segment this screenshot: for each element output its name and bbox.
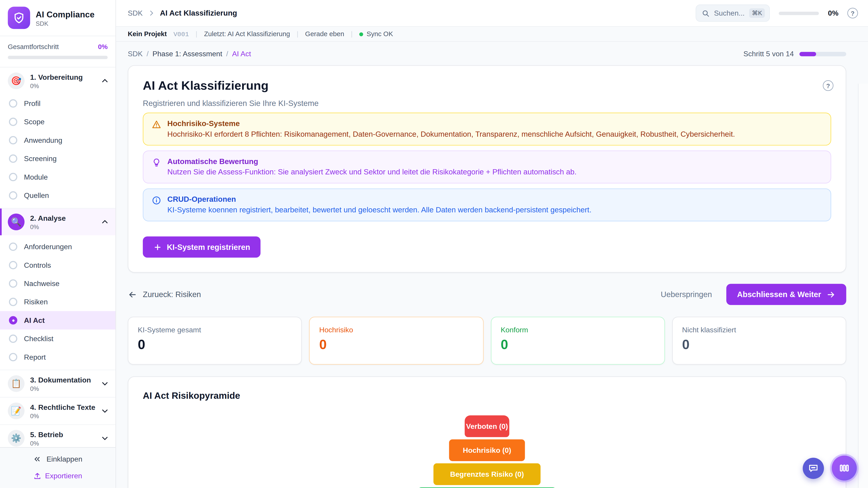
sidebar-item-quellen[interactable]: Quellen	[0, 186, 116, 204]
sidebar-item-label: Module	[24, 173, 48, 181]
lightbulb-icon	[152, 158, 161, 167]
sidebar-item-risiken[interactable]: Risiken	[0, 293, 116, 311]
sidebar-item-label: Nachweise	[24, 279, 59, 288]
sidebar-item-label: Risiken	[24, 298, 48, 306]
pyramid-title: AI Act Risikopyramide	[143, 390, 831, 401]
sidebar-nav: 🎯 1. Vorbereitung 0% Profil Scope Anwend…	[0, 68, 116, 447]
plus-icon	[153, 243, 162, 251]
export-label: Exportieren	[45, 472, 82, 480]
sidebar-item-profil[interactable]: Profil	[0, 94, 116, 112]
sidebar-item-scope[interactable]: Scope	[0, 113, 116, 131]
pyramid-level-begrenztes-risiko: Begrenztes Risiko (0)	[434, 463, 541, 485]
sync-status: Sync OK	[360, 30, 393, 38]
columns-icon	[838, 462, 850, 474]
nav-section-header-analyse[interactable]: 🔍 2. Analyse 0%	[0, 208, 116, 235]
floating-buttons	[803, 456, 857, 481]
app-subtitle: SDK	[36, 20, 94, 27]
stat-label: Hochrisiko	[319, 326, 473, 334]
alert-title: Hochrisiko-Systeme	[167, 119, 735, 128]
step-radio	[9, 298, 17, 306]
chevron-right-icon	[148, 9, 155, 17]
scrollbar-gutter[interactable]	[858, 84, 868, 488]
chevron-down-icon	[101, 380, 109, 388]
nav-section-rechtliche-texte: 📝 4. Rechtliche Texte 0%	[0, 398, 116, 425]
columns-fab-button[interactable]	[832, 456, 857, 481]
nav-section-header-rechtliche-texte[interactable]: 📝 4. Rechtliche Texte 0%	[0, 398, 116, 424]
register-button-label: KI-System registrieren	[167, 242, 250, 252]
help-icon[interactable]: ?	[847, 8, 858, 19]
step-radio	[9, 335, 17, 343]
skip-button[interactable]: Ueberspringen	[661, 290, 712, 299]
card-help-icon[interactable]: ?	[823, 80, 833, 91]
stat-konform: Konform 0	[491, 317, 665, 365]
step-radio	[9, 191, 17, 199]
sidebar-item-checklist[interactable]: Checklist	[0, 330, 116, 348]
ai-act-card: ? AI Act Klassifizierung Registrieren un…	[128, 65, 846, 273]
overall-progress-label: Gesamtfortschritt	[8, 43, 59, 51]
sidebar-item-report[interactable]: Report	[0, 348, 116, 366]
alert-title: CRUD-Operationen	[167, 195, 591, 203]
nav-section-header-dokumentation[interactable]: 📋 3. Dokumentation 0%	[0, 370, 116, 397]
risk-pyramid-card: AI Act Risikopyramide Verboten (0) Hochr…	[128, 377, 846, 488]
app-title: AI Compliance	[36, 9, 94, 19]
nav-section-header-betrieb[interactable]: ⚙️ 5. Betrieb 0%	[0, 425, 116, 447]
sidebar-item-anforderungen[interactable]: Anforderungen	[0, 237, 116, 256]
clipboard-icon: 📋	[8, 375, 25, 392]
page-subtitle: Registrieren und klassifizieren Sie Ihre…	[143, 99, 831, 107]
sidebar-item-screening[interactable]: Screening	[0, 149, 116, 168]
alert-hochrisiko: Hochrisiko-Systeme Hochrisiko-KI erforde…	[143, 113, 831, 146]
sidebar-item-ai-act[interactable]: AI Act	[0, 311, 116, 329]
stat-value: 0	[501, 337, 655, 352]
nav-section-header-vorbereitung[interactable]: 🎯 1. Vorbereitung 0%	[0, 68, 116, 94]
page-content: SDK / Phase 1: Assessment / AI Act Schri…	[116, 42, 868, 488]
gear-icon: ⚙️	[8, 430, 25, 447]
app-title-block: AI Compliance SDK	[36, 9, 94, 27]
alert-title: Automatische Bewertung	[167, 157, 577, 166]
step-radio	[9, 279, 17, 288]
sidebar-item-module[interactable]: Module	[0, 168, 116, 186]
breadcrumb-root[interactable]: SDK	[128, 9, 143, 17]
collapse-label: Einklappen	[46, 455, 83, 464]
step-radio	[9, 136, 17, 144]
export-button[interactable]: Exportieren	[33, 472, 82, 480]
sidebar-item-label: Controls	[24, 261, 51, 269]
magnifier-icon: 🔍	[8, 214, 25, 230]
section-pct: 0%	[30, 223, 95, 230]
search-placeholder: Suchen...	[714, 9, 745, 17]
chat-fab-button[interactable]	[803, 458, 824, 479]
register-ki-system-button[interactable]: KI-System registrieren	[143, 236, 261, 258]
breadcrumb-current: AI Act Klassifizierung	[160, 9, 237, 17]
sidebar-item-label: Anwendung	[24, 136, 62, 144]
app-header: AI Compliance SDK	[0, 0, 116, 36]
sidebar-item-nachweise[interactable]: Nachweise	[0, 274, 116, 293]
page-title: AI Act Klassifizierung	[143, 78, 831, 93]
section-pct: 0%	[30, 385, 95, 392]
finish-next-button[interactable]: Abschliessen & Weiter	[726, 284, 846, 305]
page-breadcrumb-phase[interactable]: Phase 1: Assessment	[153, 50, 222, 58]
step-radio	[9, 242, 17, 251]
last-saved-time: Gerade eben	[305, 30, 344, 38]
breadcrumb: SDK AI Act Klassifizierung	[128, 9, 687, 17]
wizard-nav: Zurueck: Risiken Ueberspringen Abschlies…	[128, 284, 846, 305]
alert-body: Hochrisiko-KI erfordert 8 Pflichten: Ris…	[167, 130, 735, 138]
step-radio	[9, 173, 17, 181]
page-breadcrumb-current: AI Act	[232, 50, 251, 58]
section-pct: 0%	[30, 82, 95, 89]
back-link[interactable]: Zurueck: Risiken	[128, 290, 201, 299]
alert-automatische-bewertung: Automatische Bewertung Nutzen Sie die As…	[143, 151, 831, 184]
search-input[interactable]: Suchen... ⌘K	[695, 4, 770, 22]
collapse-sidebar-button[interactable]: Einklappen	[33, 455, 82, 464]
section-label: 5. Betrieb	[30, 430, 95, 438]
page-breadcrumb-root[interactable]: SDK	[128, 50, 143, 58]
finish-next-label: Abschliessen & Weiter	[737, 290, 821, 299]
alert-body: KI-Systeme koennen registriert, bearbeit…	[167, 206, 591, 214]
nav-section-dokumentation: 📋 3. Dokumentation 0%	[0, 370, 116, 398]
overall-progress-value: 0%	[98, 43, 107, 51]
sidebar-item-anwendung[interactable]: Anwendung	[0, 131, 116, 149]
pyramid-level-verboten: Verboten (0)	[465, 416, 509, 437]
stat-hochrisiko: Hochrisiko 0	[309, 317, 484, 365]
sync-label: Sync OK	[367, 30, 393, 38]
upload-icon	[33, 472, 41, 480]
project-name: Kein Projekt	[128, 30, 167, 38]
sidebar-item-controls[interactable]: Controls	[0, 256, 116, 274]
